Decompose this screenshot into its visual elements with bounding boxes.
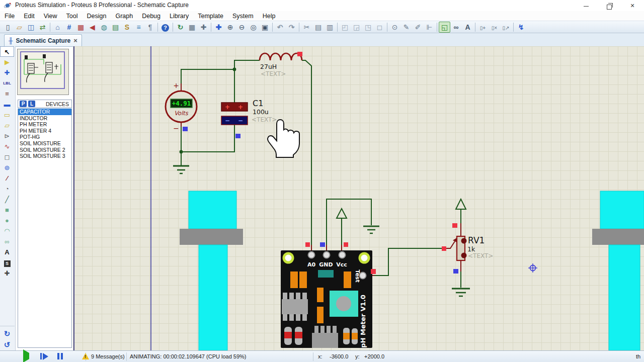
library-button[interactable]: L [28,101,35,107]
zoom-out-button[interactable]: ⊖ [236,22,248,33]
false-origin-button[interactable]: ✚ [198,22,209,33]
gerber-viewer-button[interactable]: ◍ [98,22,110,33]
property-assignment-button[interactable]: A [462,22,473,33]
wire-label-mode[interactable]: LBL [0,78,14,88]
menu-help[interactable]: Help [258,12,280,21]
schematic-canvas[interactable]: 27uH <TEXT> + + − − C1 100u <TEXT> +4.91 [73,46,644,350]
3d-visualizer-button[interactable]: ◀ [87,22,98,33]
menu-debug[interactable]: Debug [137,12,165,21]
app-home-button[interactable]: ⌂ [52,22,63,33]
bill-of-materials-button[interactable]: S [121,22,133,33]
item[interactable]: SOIL MOISTURE [18,140,71,147]
menu-system[interactable]: System [228,12,258,21]
toggle-grid-button[interactable]: ▦ [186,22,198,33]
rotate-anticlockwise-button[interactable]: ↺ [0,339,14,350]
item[interactable]: SOIL MOISTURE 3 [18,153,71,159]
block-rotate-button[interactable]: ◳ [362,22,374,33]
tab-close-icon[interactable]: × [73,37,77,44]
menu-design[interactable]: Design [83,12,111,21]
power-terminal-vcc[interactable] [337,209,347,218]
terminals-mode[interactable]: ▱ [0,120,14,131]
current-probe-mode[interactable]: ◔ [0,184,14,194]
tab-schematic-capture[interactable]: ╫ Schematic Capture × [4,34,82,46]
project-notes-button[interactable]: ¶ [144,22,156,33]
menu-view[interactable]: View [39,12,62,21]
wire-autorouter-button[interactable]: ◱ [439,22,450,33]
capacitor-C1[interactable]: + + − − C1 100u <TEXT> [221,99,277,125]
stop-button[interactable] [73,353,83,360]
zoom-all-button[interactable]: ◎ [248,22,259,33]
undo-button[interactable]: ↶ [274,22,286,33]
pin-gnd[interactable] [324,252,330,258]
ground-symbol-voltmeter[interactable] [173,166,189,173]
item[interactable]: POT-HG [18,134,71,140]
search-tag-button[interactable]: ⊙ [389,22,400,33]
step-button[interactable] [40,353,49,360]
generator-mode[interactable]: ⊚ [0,162,14,173]
menu-tool[interactable]: Tool [62,12,83,21]
design-configure-button[interactable]: ✐ [412,22,424,33]
2d-line-mode[interactable]: ╱ [0,194,14,205]
text-script-mode[interactable]: ≡ [0,88,14,99]
menu-edit[interactable]: Edit [19,12,39,21]
electrical-rules-check-button[interactable]: ↯ [515,22,527,33]
new-file-button[interactable]: ▯ [2,22,14,33]
junction-dot-mode[interactable]: ✚ [0,67,14,78]
goto-sheet-button[interactable]: ▯↗ [500,22,512,33]
save-button[interactable]: ◫ [25,22,37,33]
new-sheet-button[interactable]: ▯+ [477,22,489,33]
2d-text-mode[interactable]: A [0,247,14,257]
tools-button[interactable]: ⊩ [424,22,435,33]
graph-mode[interactable]: ∿ [0,141,14,152]
power-terminal-pot[interactable] [456,199,466,209]
zoom-area-button[interactable]: ▣ [259,22,271,33]
design-explorer-button[interactable]: ▤ [110,22,121,33]
2d-symbol-mode[interactable]: S [0,257,14,268]
component-mode[interactable]: ▶ [0,57,14,67]
close-button[interactable]: × [621,0,644,11]
ph-meter-module[interactable]: A0 GND Vcc Test pH Meter V1.0 [281,250,372,348]
selection-mode[interactable]: ↖ [0,46,14,57]
minimize-button[interactable] [575,0,598,11]
message-count[interactable]: 9 Message(s) [91,353,125,359]
block-move-button[interactable]: ◲ [351,22,362,33]
2d-circle-mode[interactable]: ● [0,215,14,226]
soil-probe-right[interactable] [592,191,644,350]
redo-button[interactable]: ↷ [286,22,297,33]
rotate-clockwise-button[interactable]: ↻ [0,328,14,339]
cut-button[interactable]: ✂ [301,22,312,33]
buses-mode[interactable]: ▬ [0,99,14,110]
ground-symbol-pot[interactable] [452,289,470,296]
import-button[interactable]: ⇄ [37,22,48,33]
schematic-capture-button[interactable]: # [63,22,75,33]
copy-button[interactable]: ▤ [312,22,324,33]
pan-button[interactable]: ✚ [213,22,224,33]
2d-path-mode[interactable]: ∞ [0,236,14,247]
overview-minimap[interactable] [17,49,69,95]
2d-marker-mode[interactable]: ✚ [0,268,14,279]
soil-probe-left[interactable] [180,191,243,350]
search-components-button[interactable]: ∞ [450,22,462,33]
menu-graph[interactable]: Graph [111,12,137,21]
tape-recorder-mode[interactable]: ◻ [0,152,14,162]
item[interactable]: INDUCTOR [18,115,71,122]
play-button[interactable] [23,353,32,360]
potentiometer-RV1[interactable]: RV1 1k <TEXT> [457,235,493,260]
device-pins-mode[interactable]: ⊳ [0,131,14,141]
pin-a0[interactable] [308,252,315,258]
paste-button[interactable]: ▥ [324,22,336,33]
ground-symbol-phmeter[interactable] [363,226,379,233]
2d-arc-mode[interactable]: ◠ [0,226,14,236]
restore-button[interactable] [598,0,621,11]
voltage-probe-mode[interactable]: ∕ [0,173,14,184]
help-button[interactable]: ? [159,22,171,33]
subcircuit-mode[interactable]: ▭ [0,110,14,120]
block-copy-button[interactable]: ◰ [339,22,351,33]
open-file-button[interactable]: ▱ [14,22,25,33]
inductor-L1[interactable]: 27uH <TEXT> [260,53,302,77]
pause-button[interactable] [57,353,66,360]
menu-library[interactable]: Library [165,12,193,21]
pcb-layout-button[interactable]: ▦ [75,22,87,33]
menu-template[interactable]: Template [193,12,228,21]
item[interactable]: CAPACITOR [18,109,71,115]
